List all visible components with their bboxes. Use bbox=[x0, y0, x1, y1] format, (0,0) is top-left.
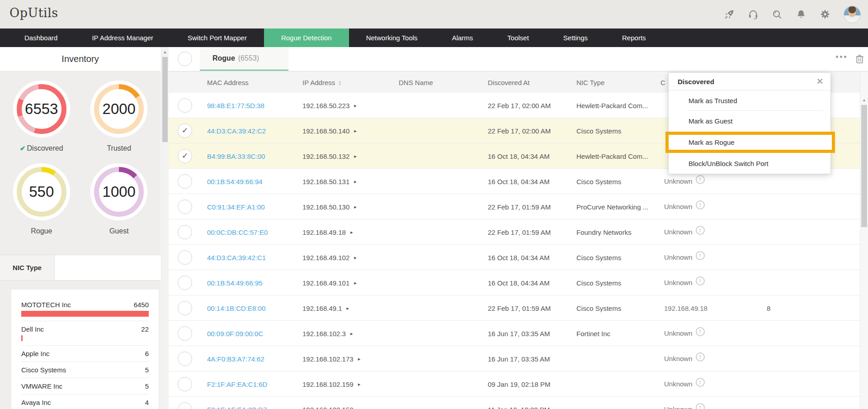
more-options-icon[interactable] bbox=[836, 56, 846, 58]
nav-tab-ip-address-manager[interactable]: IP Address Manager bbox=[75, 29, 170, 47]
mac-address-link[interactable]: F0:1F:AF:EA:8B:D7 bbox=[207, 405, 267, 409]
table-row[interactable]: 00:1B:54:49:66:95192.168.49.101▸16 Oct 1… bbox=[169, 270, 868, 295]
nic-row-dell-inc[interactable]: Dell Inc22 bbox=[21, 321, 149, 346]
nav-tab-switch-port-mapper[interactable]: Switch Port Mapper bbox=[170, 29, 264, 47]
donut-label-trusted[interactable]: Trusted bbox=[107, 144, 131, 152]
close-icon[interactable]: ✕ bbox=[816, 76, 823, 86]
delete-icon[interactable] bbox=[854, 53, 865, 67]
expand-arrow-icon[interactable]: ▸ bbox=[354, 153, 357, 159]
nav-tab-networking-tools[interactable]: Networking Tools bbox=[349, 29, 435, 47]
tab-nic-type[interactable]: NIC Type bbox=[0, 255, 55, 280]
mac-address-link[interactable]: 00:14:1B:CD:E8:00 bbox=[207, 304, 265, 312]
nav-tab-settings[interactable]: Settings bbox=[546, 29, 605, 47]
menu-item-mark-as-rogue[interactable]: Mark as Rogue bbox=[665, 132, 835, 153]
row-checkbox[interactable] bbox=[178, 326, 192, 341]
row-checkbox[interactable] bbox=[178, 200, 192, 214]
table-row[interactable]: 4A:F0:B3:A7:74:62192.168.102.173▸16 Jun … bbox=[169, 346, 868, 371]
nic-row-cisco-systems[interactable]: Cisco Systems5 bbox=[21, 362, 149, 378]
mac-address-link[interactable]: 00:09:0F:09:00:0C bbox=[207, 329, 263, 337]
sidebar-scrollbar[interactable]: ▲ bbox=[161, 47, 169, 409]
column-header-c[interactable]: C bbox=[660, 78, 665, 86]
row-checkbox[interactable] bbox=[178, 225, 192, 239]
tab-rogue[interactable]: Rogue (6553) bbox=[200, 47, 288, 71]
headset-icon[interactable] bbox=[748, 9, 759, 20]
mac-address-link[interactable]: 00:1B:54:49:66:95 bbox=[207, 279, 263, 286]
donut-ring-discovered[interactable]: 6553 bbox=[13, 81, 70, 138]
row-checkbox[interactable]: ✓ bbox=[178, 149, 192, 163]
expand-arrow-icon[interactable]: ▸ bbox=[354, 280, 357, 285]
unknown-info-icon[interactable]: ! bbox=[696, 378, 705, 387]
mac-address-link[interactable]: 44:D3:CA:39:42:C2 bbox=[207, 127, 266, 134]
row-checkbox[interactable] bbox=[178, 98, 192, 113]
sort-icon[interactable]: ▲▼ bbox=[338, 80, 341, 86]
row-checkbox[interactable] bbox=[178, 276, 192, 290]
expand-arrow-icon[interactable]: ▸ bbox=[354, 128, 357, 133]
donut-ring-trusted[interactable]: 2000 bbox=[90, 81, 147, 138]
expand-arrow-icon[interactable]: ▸ bbox=[358, 356, 361, 361]
table-row[interactable]: 00:09:0F:09:00:0C192.168.102.3▸16 Jun 17… bbox=[169, 321, 868, 346]
column-header-discovered-at[interactable]: Discovered At bbox=[488, 78, 530, 86]
search-icon[interactable] bbox=[772, 9, 783, 20]
mac-address-link[interactable]: B4:99:BA:33:8C:00 bbox=[207, 152, 265, 160]
unknown-info-icon[interactable]: ! bbox=[696, 200, 705, 209]
expand-arrow-icon[interactable]: ▸ bbox=[354, 178, 357, 184]
mac-address-link[interactable]: 4A:F0:B3:A7:74:62 bbox=[207, 355, 264, 362]
table-row[interactable]: F0:1F:AF:EA:8B:D7192.168.102.158▸11 Jan … bbox=[169, 397, 868, 409]
table-row[interactable]: 44:D3:CA:39:42:C1192.168.49.102▸16 Oct 1… bbox=[169, 245, 868, 270]
unknown-info-icon[interactable]: ! bbox=[696, 226, 705, 235]
donut-label-guest[interactable]: Guest bbox=[109, 227, 129, 235]
expand-arrow-icon[interactable]: ▸ bbox=[347, 305, 349, 311]
expand-arrow-icon[interactable]: ▸ bbox=[354, 102, 357, 108]
nic-row-avaya-inc[interactable]: Avaya Inc4 bbox=[21, 395, 149, 409]
expand-arrow-icon[interactable]: ▸ bbox=[358, 381, 361, 387]
nic-row-mototech-inc[interactable]: MOTOTECH Inc6450 bbox=[21, 297, 149, 321]
menu-item-block-unblock-switch-port[interactable]: Block/UnBlock Switch Port bbox=[669, 153, 830, 174]
mac-address-link[interactable]: F2:1F:AF:EA:C1:6D bbox=[207, 380, 267, 388]
row-checkbox[interactable] bbox=[178, 352, 192, 366]
user-avatar[interactable] bbox=[844, 6, 861, 23]
column-header-mac-address[interactable]: MAC Address bbox=[207, 78, 249, 86]
nav-tab-dashboard[interactable]: Dashboard bbox=[7, 29, 75, 47]
row-checkbox[interactable]: ✓ bbox=[178, 124, 192, 138]
mac-address-link[interactable]: 00:1B:54:49:66:94 bbox=[207, 177, 263, 185]
gear-icon[interactable] bbox=[820, 9, 830, 20]
row-checkbox[interactable] bbox=[178, 250, 192, 265]
nav-tab-reports[interactable]: Reports bbox=[605, 29, 663, 47]
column-header-nic-type[interactable]: NIC Type bbox=[576, 78, 604, 86]
column-header-dns-name[interactable]: DNS Name bbox=[399, 78, 433, 86]
expand-arrow-icon[interactable]: ▸ bbox=[350, 330, 353, 336]
row-checkbox[interactable] bbox=[178, 174, 192, 189]
menu-item-mark-as-guest[interactable]: Mark as Guest bbox=[669, 111, 830, 131]
row-checkbox[interactable] bbox=[178, 301, 192, 315]
nic-row-apple-inc[interactable]: Apple Inc6 bbox=[21, 346, 149, 362]
expand-arrow-icon[interactable]: ▸ bbox=[358, 406, 361, 409]
unknown-info-icon[interactable]: ! bbox=[696, 352, 705, 361]
scrollbar-thumb[interactable] bbox=[162, 57, 168, 142]
nic-row-vmware-inc[interactable]: VMWARE Inc5 bbox=[21, 378, 149, 395]
row-checkbox[interactable] bbox=[178, 377, 192, 391]
unknown-info-icon[interactable]: ! bbox=[696, 175, 705, 184]
unknown-info-icon[interactable]: ! bbox=[696, 403, 705, 409]
column-header-ip-address[interactable]: IP Address▲▼ bbox=[302, 78, 341, 86]
mac-address-link[interactable]: 00:0C:DB:CC:57:E0 bbox=[207, 228, 268, 236]
table-row[interactable]: F2:1F:AF:EA:C1:6D192.168.102.159▸09 Jan … bbox=[169, 371, 868, 397]
unknown-info-icon[interactable]: ! bbox=[696, 251, 705, 260]
expand-arrow-icon[interactable]: ▸ bbox=[354, 204, 357, 209]
rocket-icon[interactable] bbox=[724, 9, 735, 20]
mac-address-link[interactable]: 98:4B:E1:77:5D:38 bbox=[207, 101, 264, 109]
scroll-up-icon[interactable]: ▲ bbox=[161, 50, 169, 54]
donut-ring-guest[interactable]: 1000 bbox=[90, 163, 147, 220]
donut-label-rogue[interactable]: Rogue bbox=[31, 227, 52, 235]
nav-tab-alarms[interactable]: Alarms bbox=[435, 29, 491, 47]
nav-tab-rogue-detection[interactable]: Rogue Detection bbox=[264, 29, 349, 47]
mac-address-link[interactable]: C0:91:34:EF:A1:00 bbox=[207, 203, 265, 210]
donut-label-discovered[interactable]: ✔Discovered bbox=[20, 144, 63, 152]
scrollbar-thumb[interactable] bbox=[861, 105, 867, 227]
table-row[interactable]: 00:14:1B:CD:E8:00192.168.49.1▸22 Feb 17,… bbox=[169, 295, 868, 321]
nav-tab-toolset[interactable]: Toolset bbox=[490, 29, 546, 47]
mac-address-link[interactable]: 44:D3:CA:39:42:C1 bbox=[207, 253, 266, 261]
table-row[interactable]: C0:91:34:EF:A1:00192.168.50.130▸22 Feb 1… bbox=[169, 194, 868, 219]
table-scrollbar[interactable]: ▲ bbox=[860, 71, 868, 409]
unknown-info-icon[interactable]: ! bbox=[696, 327, 705, 336]
table-row[interactable]: 00:0C:DB:CC:57:E0192.168.49.18▸22 Feb 17… bbox=[169, 219, 868, 245]
